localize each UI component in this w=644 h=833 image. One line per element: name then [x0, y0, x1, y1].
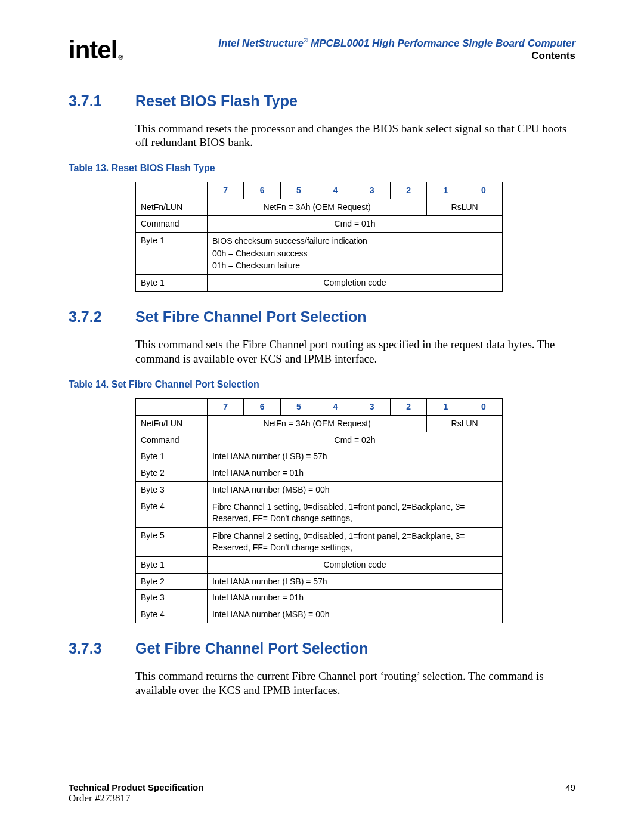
section-body: This command resets the processor and ch… [135, 122, 575, 150]
bit-header: 5 [280, 182, 317, 199]
table-cell: NetFn = 3Ah (OEM Request) [208, 199, 427, 215]
row-label: Byte 1 [136, 232, 208, 275]
table-row: Byte 3Intel IANA number (MSB) = 00h [136, 482, 503, 498]
row-label: Byte 1 [136, 275, 208, 292]
bit-header: 4 [317, 398, 354, 415]
table-cell: Intel IANA number (MSB) = 00h [208, 482, 503, 498]
bit-header: 7 [208, 398, 244, 415]
table-corner [136, 182, 208, 199]
table-row: Byte 1Completion code [136, 556, 503, 573]
command-table: 76543210NetFn/LUNNetFn = 3Ah (OEM Reques… [135, 182, 503, 292]
bit-header: 1 [427, 182, 465, 199]
table-cell: Intel IANA number = 01h [208, 465, 503, 482]
table-row: Byte 1BIOS checksum success/failure indi… [136, 232, 503, 275]
row-label: NetFn/LUN [136, 415, 208, 432]
table-cell: BIOS checksum success/failure indication… [208, 232, 503, 275]
table-cell: Fibre Channel 1 setting, 0=disabled, 1=f… [208, 498, 503, 528]
page-header: intel® Intel NetStructure® MPCBL0001 Hig… [69, 37, 575, 63]
page-footer: Technical Product Specification Order #2… [69, 782, 575, 804]
command-table: 76543210NetFn/LUNNetFn = 3Ah (OEM Reques… [135, 398, 503, 623]
row-label: Byte 3 [136, 482, 208, 498]
table-cell: Intel IANA number (LSB) = 57h [208, 573, 503, 590]
row-label: Byte 4 [136, 498, 208, 528]
table-cell: Completion code [208, 556, 503, 573]
section-body: This command returns the current Fibre C… [135, 669, 575, 698]
section-number: 3.7.3 [69, 640, 135, 657]
row-label: Byte 3 [136, 590, 208, 606]
row-label: Byte 4 [136, 606, 208, 623]
table-row: NetFn/LUNNetFn = 3Ah (OEM Request)RsLUN [136, 415, 503, 432]
section: 3.7.1 Reset BIOS Flash TypeThis command … [69, 92, 575, 292]
bit-header: 7 [208, 182, 244, 199]
table-caption: Table 14. Set Fibre Channel Port Selecti… [69, 379, 575, 390]
row-label: Byte 5 [136, 527, 208, 556]
table-cell: Cmd = 01h [208, 215, 503, 232]
table-cell: NetFn = 3Ah (OEM Request) [208, 415, 427, 432]
table-cell: RsLUN [427, 199, 503, 215]
table-row: CommandCmd = 01h [136, 215, 503, 232]
section-title: Get Fibre Channel Port Selection [135, 640, 368, 657]
row-label: NetFn/LUN [136, 199, 208, 215]
table-row: Byte 1Completion code [136, 275, 503, 292]
bit-header: 3 [354, 182, 390, 199]
bit-header: 2 [390, 398, 426, 415]
section: 3.7.2 Set Fibre Channel Port SelectionTh… [69, 308, 575, 623]
footer-order: Order #273817 [69, 792, 130, 804]
table-row: Byte 4Intel IANA number (MSB) = 00h [136, 606, 503, 623]
bit-header: 0 [465, 398, 502, 415]
section: 3.7.3 Get Fibre Channel Port SelectionTh… [69, 640, 575, 698]
intel-logo: intel® [69, 38, 129, 63]
bit-header: 2 [390, 182, 426, 199]
table-cell: Intel IANA number (LSB) = 57h [208, 448, 503, 465]
doc-title: Intel NetStructure® MPCBL0001 High Perfo… [129, 37, 575, 49]
table-cell: Intel IANA number (MSB) = 00h [208, 606, 503, 623]
row-label: Byte 2 [136, 465, 208, 482]
bit-header: 5 [280, 398, 317, 415]
section-title: Set Fibre Channel Port Selection [135, 308, 367, 326]
table-cell: Fibre Channel 2 setting, 0=disabled, 1=f… [208, 527, 503, 556]
section-title: Reset BIOS Flash Type [135, 92, 298, 110]
table-cell: Completion code [208, 275, 503, 292]
bit-header: 1 [427, 398, 465, 415]
table-corner [136, 398, 208, 415]
table-cell: Cmd = 02h [208, 432, 503, 448]
table-row: Byte 4Fibre Channel 1 setting, 0=disable… [136, 498, 503, 528]
row-label: Byte 2 [136, 573, 208, 590]
bit-header: 6 [244, 398, 280, 415]
row-label: Command [136, 215, 208, 232]
section-number: 3.7.1 [69, 92, 135, 110]
bit-header: 4 [317, 182, 354, 199]
doc-section: Contents [129, 49, 575, 62]
table-row: Byte 2Intel IANA number = 01h [136, 465, 503, 482]
row-label: Command [136, 432, 208, 448]
table-row: Byte 5Fibre Channel 2 setting, 0=disable… [136, 527, 503, 556]
row-label: Byte 1 [136, 556, 208, 573]
row-label: Byte 1 [136, 448, 208, 465]
section-number: 3.7.2 [69, 308, 135, 326]
table-row: NetFn/LUNNetFn = 3Ah (OEM Request)RsLUN [136, 199, 503, 215]
table-row: Byte 1Intel IANA number (LSB) = 57h [136, 448, 503, 465]
table-cell: Intel IANA number = 01h [208, 590, 503, 606]
footer-spec: Technical Product Specification [69, 782, 203, 792]
bit-header: 6 [244, 182, 280, 199]
section-body: This command sets the Fibre Channel port… [135, 337, 575, 366]
bit-header: 3 [354, 398, 390, 415]
table-cell: RsLUN [427, 415, 503, 432]
table-row: Byte 2Intel IANA number (LSB) = 57h [136, 573, 503, 590]
table-row: Byte 3Intel IANA number = 01h [136, 590, 503, 606]
page-number: 49 [565, 782, 575, 792]
table-caption: Table 13. Reset BIOS Flash Type [69, 163, 575, 174]
bit-header: 0 [465, 182, 502, 199]
table-row: CommandCmd = 02h [136, 432, 503, 448]
